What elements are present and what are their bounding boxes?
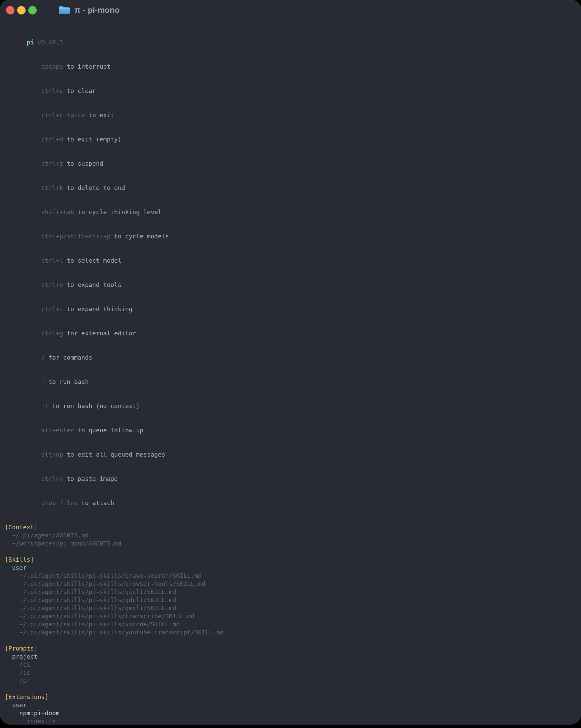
shortcut-desc: to expand thinking	[67, 305, 132, 312]
extensions-user-scope-label: user	[5, 701, 576, 709]
shortcut-key: !	[41, 378, 45, 385]
skill-path: ~/.pi/agent/skills/pi-skills/youtube-tra…	[5, 628, 576, 636]
shortcut-line: /for commands	[5, 345, 576, 370]
skill-path: ~/.pi/agent/skills/pi-skills/brave-searc…	[5, 572, 576, 580]
shortcut-desc: to run bash (no context)	[52, 402, 140, 410]
section-extensions: [Extensions] user npm:pi-doom index.ts p…	[5, 693, 576, 725]
app-version: v0.49.3	[38, 39, 63, 46]
shortcut-key: ctrl+d	[41, 136, 63, 143]
close-button[interactable]	[6, 6, 15, 15]
shortcut-key: alt+up	[41, 451, 63, 458]
extension-npm-file: index.ts	[5, 717, 576, 725]
shortcut-line: alt+enterto queue follow-up	[5, 418, 576, 442]
shortcut-line: ctrl+cto clear	[5, 79, 576, 103]
prompt-item: /is	[5, 669, 576, 677]
shortcut-desc: to suspend	[67, 160, 103, 167]
shortcut-key: ctrl+l	[41, 257, 63, 264]
prompts-items: /cl/is/pr	[5, 661, 576, 685]
prompts-scope-label: project	[5, 653, 576, 661]
shortcut-line: shift+tabto cycle thinking level	[5, 200, 576, 224]
skill-path: ~/.pi/agent/skills/pi-skills/gdcli/SKILL…	[5, 596, 576, 604]
shortcut-line: escapeto interrupt	[5, 55, 576, 79]
shortcut-key: ctrl+z	[41, 160, 63, 167]
app-version-line: piv0.49.3	[5, 30, 576, 55]
shortcut-line: !!to run bash (no context)	[5, 394, 576, 418]
extension-npm-package: npm:pi-doom	[5, 709, 576, 717]
shortcut-line: ctrl+gfor external editor	[5, 321, 576, 345]
shortcut-key: ctrl+p/shift+ctrl+p	[41, 233, 110, 240]
shortcut-desc: to exit	[88, 111, 114, 119]
shortcut-line: ctrl+kto delete to end	[5, 176, 576, 200]
shortcut-line: ctrl+lto select model	[5, 249, 576, 273]
shortcut-desc: to exit (empty)	[67, 136, 122, 143]
shortcut-desc: to attach	[81, 499, 114, 506]
context-header: [Context]	[5, 523, 576, 531]
shortcut-key: /	[41, 354, 45, 361]
terminal-content: piv0.49.3 escapeto interrupt ctrl+cto cl…	[0, 30, 581, 725]
skills-paths: ~/.pi/agent/skills/pi-skills/brave-searc…	[5, 572, 576, 636]
shortcut-line: ctrl+dto exit (empty)	[5, 127, 576, 152]
shortcut-key: alt+enter	[41, 426, 74, 434]
skill-path: ~/.pi/agent/skills/pi-skills/gccli/SKILL…	[5, 588, 576, 596]
shortcut-key: drop files	[41, 499, 77, 506]
shortcut-line: ctrl+c twiceto exit	[5, 103, 576, 127]
prompt-item: /pr	[5, 677, 576, 685]
shortcut-desc: to delete to end	[67, 184, 125, 191]
shortcut-desc: to run bash	[49, 378, 88, 385]
shortcut-key: ctrl+v	[41, 475, 63, 482]
shortcut-line: !to run bash	[5, 370, 576, 394]
section-context: [Context] ~/.pi/agent/AGENTS.md~/workspa…	[5, 523, 576, 547]
folder-icon	[58, 5, 70, 15]
prompt-item: /cl	[5, 661, 576, 669]
shortcut-line: ctrl+tto expand thinking	[5, 297, 576, 321]
shortcut-key: ctrl+c	[41, 87, 63, 94]
skill-path: ~/.pi/agent/skills/pi-skills/transcribe/…	[5, 612, 576, 620]
shortcuts-list: escapeto interrupt ctrl+cto clear ctrl+c…	[5, 55, 576, 515]
shortcut-desc: for external editor	[67, 330, 136, 337]
shortcut-desc: to edit all queued messages	[67, 451, 165, 458]
skill-path: ~/.pi/agent/skills/pi-skills/gmcli/SKILL…	[5, 604, 576, 612]
extensions-header: [Extensions]	[5, 693, 576, 701]
maximize-button[interactable]	[28, 6, 37, 15]
skill-path: ~/.pi/agent/skills/pi-skills/browser-too…	[5, 580, 576, 588]
shortcut-desc: to queue follow-up	[78, 426, 143, 434]
shortcut-desc: to cycle models	[114, 233, 169, 240]
context-path: ~/workspaces/pi-mono/AGENTS.md	[5, 540, 576, 547]
context-paths: ~/.pi/agent/AGENTS.md~/workspaces/pi-mon…	[5, 531, 576, 547]
shortcut-desc: to cycle thinking level	[78, 208, 162, 215]
shortcut-key: shift+tab	[41, 208, 74, 215]
shortcut-key: escape	[41, 63, 63, 70]
minimize-button[interactable]	[17, 6, 26, 15]
section-skills: [Skills] user ~/.pi/agent/skills/pi-skil…	[5, 555, 576, 636]
shortcut-line: drop filesto attach	[5, 491, 576, 515]
shortcut-key: ctrl+o	[41, 281, 63, 288]
shortcut-line: alt+upto edit all queued messages	[5, 442, 576, 467]
shortcut-desc: to interrupt	[67, 63, 110, 70]
shortcut-desc: to select model	[67, 257, 122, 264]
shortcut-desc: to paste image	[67, 475, 118, 482]
context-path: ~/.pi/agent/AGENTS.md	[5, 531, 576, 540]
skills-header: [Skills]	[5, 555, 576, 564]
shortcut-desc: to clear	[67, 87, 96, 94]
shortcut-desc: for commands	[49, 354, 92, 361]
shortcut-line: ctrl+p/shift+ctrl+pto cycle models	[5, 224, 576, 249]
shortcut-line: ctrl+vto paste image	[5, 467, 576, 491]
shortcut-key: ctrl+g	[41, 330, 63, 337]
shortcut-line: ctrl+oto expand tools	[5, 273, 576, 297]
section-prompts: [Prompts] project /cl/is/pr	[5, 645, 576, 685]
shortcut-key: ctrl+k	[41, 184, 63, 191]
shortcut-key: !!	[41, 402, 49, 410]
shortcut-key: ctrl+t	[41, 305, 63, 312]
window-title: π - pi-mono	[74, 6, 120, 14]
shortcut-key: ctrl+c twice	[41, 111, 85, 119]
prompts-header: [Prompts]	[5, 645, 576, 653]
shortcut-line: ctrl+zto suspend	[5, 152, 576, 176]
window-titlebar: π - pi-mono	[0, 0, 581, 20]
skills-scope-label: user	[5, 564, 576, 572]
skill-path: ~/.pi/agent/skills/pi-skills/vscode/SKIL…	[5, 620, 576, 628]
app-name: pi	[27, 39, 34, 46]
terminal-window: π - pi-mono piv0.49.3 escapeto interrupt…	[0, 0, 581, 725]
shortcut-desc: to expand tools	[67, 281, 122, 288]
